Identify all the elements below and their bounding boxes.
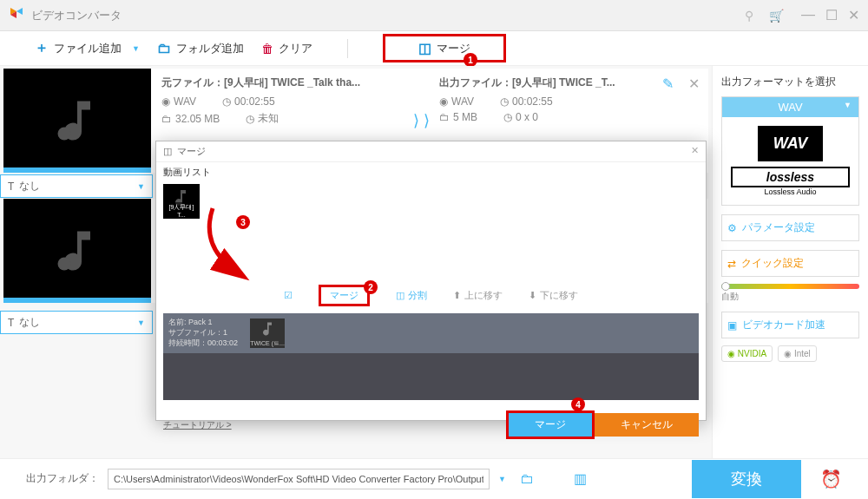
film-icon[interactable]: ▥ xyxy=(574,470,587,487)
chevron-down-icon: ▼ xyxy=(137,182,145,191)
badge-1: 1 xyxy=(464,53,477,67)
svg-point-0 xyxy=(58,128,71,141)
convert-button[interactable]: 変換 xyxy=(692,460,801,498)
bottom-bar: 出力フォルダ： ▼ 🗀 ▥ 変換 ⏰ xyxy=(0,458,868,498)
search-icon[interactable]: ⚲ xyxy=(745,9,753,23)
info-icon: ◷ 未知 xyxy=(246,111,279,126)
badge-4: 4 xyxy=(571,397,585,411)
toolbar: ＋ ファイル追加 ▼ 🗀 フォルダ追加 🗑 クリア ◫ マージ 1 xyxy=(0,31,868,66)
modal-close-button[interactable]: ✕ xyxy=(691,145,699,156)
modal-toolbar: ☑ マージ 2 ◫ 分割 ⬆ 上に移す ⬇ 下に移す xyxy=(156,278,706,313)
svg-point-1 xyxy=(58,258,71,271)
video-list-item[interactable]: [9人早대] T... xyxy=(163,184,200,219)
file-thumbnail[interactable] xyxy=(3,69,151,173)
minimize-button[interactable]: — xyxy=(801,7,815,23)
size-icon: 🗀 32.05 MB xyxy=(161,111,220,126)
badge-2: 2 xyxy=(364,280,378,294)
clear-button[interactable]: 🗑 クリア xyxy=(261,41,312,56)
add-folder-button[interactable]: 🗀 フォルダ追加 xyxy=(157,41,244,56)
dropdown-icon[interactable]: ▼ xyxy=(132,44,140,53)
pack-drop-area[interactable] xyxy=(163,353,699,400)
pack-row[interactable]: 名前: Pack 1 サブファイル：1 持続時間：00:03:02 TWICE … xyxy=(163,313,699,353)
modal-split-button[interactable]: ◫ 分割 xyxy=(396,289,427,302)
quality-slider[interactable] xyxy=(721,284,859,289)
badge-3: 3 xyxy=(236,215,250,229)
remove-file-icon[interactable]: ✕ xyxy=(688,76,700,92)
wav-badge: WAV xyxy=(758,126,824,161)
path-dropdown-icon[interactable]: ▼ xyxy=(498,475,506,483)
edit-icon[interactable]: ✎ xyxy=(662,76,674,92)
source-file-label: 元ファイル：[9人早대] TWICE _Talk tha... xyxy=(161,76,404,90)
move-down-button[interactable]: ⬇ 下に移す xyxy=(529,289,578,302)
slider-label: 自動 xyxy=(721,291,859,303)
output-path-input[interactable] xyxy=(108,469,490,489)
app-logo xyxy=(9,6,24,25)
checkbox-icon[interactable]: ☑ xyxy=(284,290,293,301)
chip-icon: ▣ xyxy=(727,319,737,332)
modal-footer: チュートリアル > マージ 4 キャンセル xyxy=(156,404,706,446)
format-selector[interactable]: WAV WAV lossless Lossless Audio xyxy=(721,96,859,206)
format-header[interactable]: WAV xyxy=(722,97,858,117)
close-button[interactable]: ✕ xyxy=(848,7,859,23)
video-list-label: 動画リスト xyxy=(156,162,706,182)
quick-icon: ⇄ xyxy=(727,258,736,270)
effect-dropdown[interactable]: T なし ▼ xyxy=(0,174,153,198)
settings-icon: ⚙ xyxy=(727,222,737,234)
merge-cancel-button[interactable]: キャンセル xyxy=(595,413,699,437)
modal-title: ◫ マージ ✕ xyxy=(156,141,706,162)
merge-icon: ◫ xyxy=(163,146,172,157)
tutorial-link[interactable]: チュートリアル > xyxy=(163,419,232,431)
folder-icon: 🗀 xyxy=(157,41,171,56)
quick-settings-button[interactable]: ⇄ クイック設定 xyxy=(721,250,859,277)
cart-icon[interactable]: 🛒 xyxy=(769,9,784,23)
plus-icon: ＋ xyxy=(35,39,49,57)
parameter-settings-button[interactable]: ⚙ パラメータ設定 xyxy=(721,214,859,241)
merge-button[interactable]: ◫ マージ xyxy=(418,40,470,56)
file-thumbnail[interactable] xyxy=(3,199,151,303)
merge-confirm-button[interactable]: マージ xyxy=(509,413,592,437)
output-file-label: 出力ファイル：[9人早대] TWICE _T... xyxy=(439,76,682,90)
nvidia-chip: ◉ NVIDIA xyxy=(721,345,773,362)
move-up-button[interactable]: ⬆ 上に移す xyxy=(453,289,503,302)
lossless-sub: Lossless Audio xyxy=(731,187,850,196)
modal-merge-button[interactable]: マージ xyxy=(330,289,358,302)
titlebar: ビデオコンバータ ⚲ 🛒 — ☐ ✕ xyxy=(0,0,868,31)
duration-icon: ◷ 00:02:55 xyxy=(222,95,275,108)
pack-info: 名前: Pack 1 サブファイル：1 持続時間：00:03:02 xyxy=(168,318,238,348)
gpu-accel-button[interactable]: ▣ ビデオカード加速 xyxy=(721,312,859,338)
open-folder-icon[interactable]: 🗀 xyxy=(520,471,534,487)
trash-icon: 🗑 xyxy=(261,42,273,56)
add-file-button[interactable]: ＋ ファイル追加 ▼ xyxy=(35,39,140,57)
text-icon: T xyxy=(8,181,14,193)
merge-confirm-highlight: マージ 4 xyxy=(506,410,595,439)
text-icon: T xyxy=(8,317,14,329)
output-folder-label: 出力フォルダ： xyxy=(26,471,99,486)
pack-thumbnail[interactable]: TWICE (트... xyxy=(250,318,285,348)
effect-dropdown[interactable]: T なし ▼ xyxy=(0,311,153,334)
lossless-badge: lossless xyxy=(731,167,850,187)
app-title: ビデオコンバータ xyxy=(31,8,745,23)
merge-modal: ◫ マージ ✕ 動画リスト [9人早대] T... ☑ マージ 2 ◫ 分割 ⬆… xyxy=(155,141,707,421)
video-list: [9人早대] T... xyxy=(156,182,706,220)
output-panel: 出力フォーマットを選択 WAV WAV lossless Lossless Au… xyxy=(712,66,868,458)
alarm-icon[interactable]: ⏰ xyxy=(820,469,842,489)
merge-icon: ◫ xyxy=(418,40,431,56)
format-icon: ◉ WAV xyxy=(161,95,196,108)
merge-button-highlight: ◫ マージ 1 xyxy=(383,34,506,62)
output-format-title: 出力フォーマットを選択 xyxy=(721,75,859,89)
separator xyxy=(347,39,348,58)
merge-action-highlight: マージ 2 xyxy=(319,285,370,306)
maximize-button[interactable]: ☐ xyxy=(825,7,838,23)
chevron-down-icon: ▼ xyxy=(137,318,145,327)
intel-chip: ◉ Intel xyxy=(778,345,817,362)
